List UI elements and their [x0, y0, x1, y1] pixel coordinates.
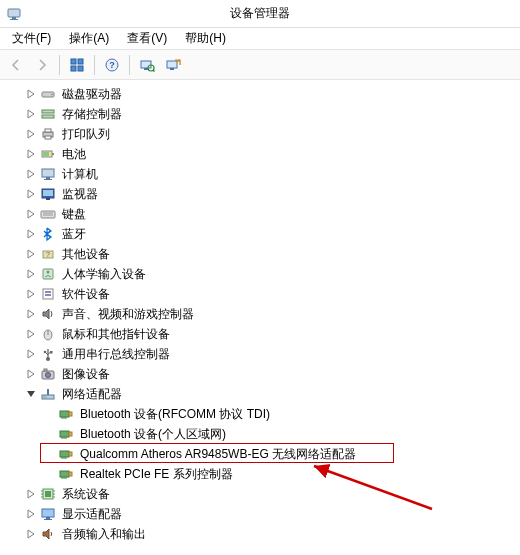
expand-icon[interactable]: [24, 287, 38, 301]
properties-button[interactable]: [65, 53, 89, 77]
svg-rect-39: [45, 291, 51, 293]
tree-device[interactable]: Qualcomm Atheros AR9485WB-EG 无线网络适配器: [2, 444, 520, 464]
svg-rect-1: [12, 17, 16, 19]
tree-category[interactable]: 人体学输入设备: [2, 264, 520, 284]
svg-rect-0: [8, 9, 20, 17]
svg-rect-18: [42, 115, 54, 118]
tree-category[interactable]: 网络适配器: [2, 384, 520, 404]
tree-item-label: 存储控制器: [60, 105, 124, 124]
svg-rect-84: [42, 509, 54, 517]
tree-category[interactable]: 蓝牙: [2, 224, 520, 244]
svg-point-55: [45, 396, 46, 397]
titlebar: 设备管理器: [0, 0, 520, 28]
tree-category[interactable]: 软件设备: [2, 284, 520, 304]
svg-rect-27: [44, 179, 52, 180]
expand-icon[interactable]: [24, 507, 38, 521]
netadapter-icon: [58, 466, 74, 482]
svg-rect-5: [71, 66, 76, 71]
menu-action[interactable]: 操作(A): [61, 28, 117, 49]
tree-device[interactable]: Realtek PCIe FE 系列控制器: [2, 464, 520, 484]
tree-category[interactable]: 存储控制器: [2, 104, 520, 124]
expand-icon[interactable]: [24, 247, 38, 261]
tree-item-label: 键盘: [60, 205, 88, 224]
collapse-icon[interactable]: [24, 387, 38, 401]
expand-icon[interactable]: [24, 327, 38, 341]
menu-view[interactable]: 查看(V): [119, 28, 175, 49]
printer-icon: [40, 126, 56, 142]
tree-item-label: Realtek PCIe FE 系列控制器: [78, 465, 235, 484]
tree-category[interactable]: 计算机: [2, 164, 520, 184]
tree-category[interactable]: 音频输入和输出: [2, 524, 520, 544]
toolbar-separator: [129, 55, 130, 75]
tree-item-label: 软件设备: [60, 285, 112, 304]
expand-icon[interactable]: [24, 267, 38, 281]
tree-category[interactable]: 电池: [2, 144, 520, 164]
tree-category[interactable]: 鼠标和其他指针设备: [2, 324, 520, 344]
tree-item-label: 其他设备: [60, 245, 112, 264]
svg-rect-66: [60, 451, 69, 457]
hid-icon: [40, 266, 56, 282]
scan-hardware-button[interactable]: [135, 53, 159, 77]
svg-rect-20: [45, 129, 51, 132]
toolbar-separator: [94, 55, 95, 75]
tree-item-label: Qualcomm Atheros AR9485WB-EG 无线网络适配器: [78, 445, 358, 464]
tree-category[interactable]: 系统设备: [2, 484, 520, 504]
expand-icon[interactable]: [24, 347, 38, 361]
tree-device[interactable]: Bluetooth 设备(个人区域网): [2, 424, 520, 444]
svg-rect-72: [69, 472, 72, 476]
expand-icon[interactable]: [24, 87, 38, 101]
expand-icon[interactable]: [24, 207, 38, 221]
tree-category[interactable]: 通用串行总线控制器: [2, 344, 520, 364]
tree-category[interactable]: 磁盘驱动器: [2, 84, 520, 104]
tree-category[interactable]: 声音、视频和游戏控制器: [2, 304, 520, 324]
svg-rect-21: [45, 136, 51, 139]
svg-rect-17: [42, 110, 54, 113]
expand-icon[interactable]: [24, 147, 38, 161]
svg-rect-30: [46, 198, 50, 200]
display-icon: [40, 506, 56, 522]
tree-category[interactable]: 打印队列: [2, 124, 520, 144]
tree-category[interactable]: ?其他设备: [2, 244, 520, 264]
menu-help[interactable]: 帮助(H): [177, 28, 234, 49]
svg-rect-6: [78, 66, 83, 71]
tree-item-label: Bluetooth 设备(RFCOMM 协议 TDI): [78, 405, 272, 424]
expand-icon[interactable]: [24, 487, 38, 501]
audio-icon: [40, 526, 56, 542]
svg-rect-25: [42, 169, 54, 177]
tree-category[interactable]: 监视器: [2, 184, 520, 204]
expand-icon[interactable]: [24, 527, 38, 541]
svg-rect-53: [47, 389, 49, 395]
device-tree[interactable]: 磁盘驱动器存储控制器打印队列电池计算机监视器键盘蓝牙?其他设备人体学输入设备软件…: [0, 80, 520, 555]
svg-point-54: [43, 396, 44, 397]
menu-file[interactable]: 文件(F): [4, 28, 59, 49]
svg-rect-4: [78, 59, 83, 64]
monitor-icon: [40, 186, 56, 202]
menubar: 文件(F) 操作(A) 查看(V) 帮助(H): [0, 28, 520, 50]
svg-rect-10: [144, 68, 148, 70]
tree-category[interactable]: 图像设备: [2, 364, 520, 384]
tree-category[interactable]: 键盘: [2, 204, 520, 224]
svg-point-50: [46, 373, 51, 378]
toolbar: ?: [0, 50, 520, 80]
expand-icon[interactable]: [24, 107, 38, 121]
expand-icon[interactable]: [24, 307, 38, 321]
software-icon: [40, 286, 56, 302]
expand-icon[interactable]: [24, 227, 38, 241]
tree-item-label: 网络适配器: [60, 385, 124, 404]
tree-device[interactable]: Bluetooth 设备(RFCOMM 协议 TDI): [2, 404, 520, 424]
tree-item-label: 系统设备: [60, 485, 112, 504]
expand-icon[interactable]: [24, 367, 38, 381]
app-icon: [6, 6, 22, 22]
keyboard-icon: [40, 206, 56, 222]
svg-rect-77: [45, 491, 51, 497]
expand-icon[interactable]: [24, 167, 38, 181]
help-button[interactable]: ?: [100, 53, 124, 77]
expand-icon[interactable]: [24, 127, 38, 141]
forward-button: [30, 53, 54, 77]
show-hidden-button[interactable]: [161, 53, 185, 77]
svg-rect-56: [60, 411, 69, 417]
svg-rect-13: [167, 61, 177, 68]
tree-item-label: 计算机: [60, 165, 100, 184]
expand-icon[interactable]: [24, 187, 38, 201]
tree-category[interactable]: 显示适配器: [2, 504, 520, 524]
